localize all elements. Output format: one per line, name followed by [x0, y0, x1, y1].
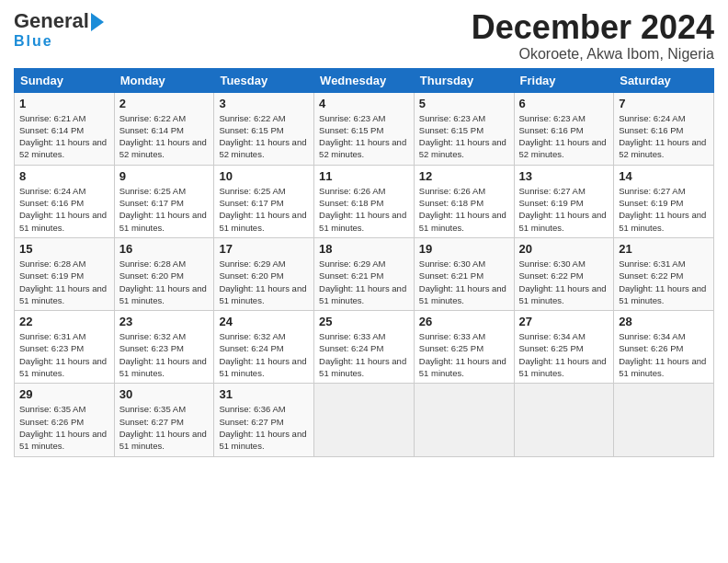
day-info: Sunrise: 6:22 AMSunset: 6:14 PMDaylight:…	[119, 113, 207, 160]
table-row: 5 Sunrise: 6:23 AMSunset: 6:15 PMDayligh…	[414, 92, 514, 165]
day-info: Sunrise: 6:26 AMSunset: 6:18 PMDaylight:…	[319, 186, 406, 233]
day-info: Sunrise: 6:24 AMSunset: 6:16 PMDaylight:…	[619, 113, 706, 160]
table-row: 11 Sunrise: 6:26 AMSunset: 6:18 PMDaylig…	[314, 165, 415, 237]
table-row: 12 Sunrise: 6:26 AMSunset: 6:18 PMDaylig…	[414, 165, 514, 237]
day-info: Sunrise: 6:23 AMSunset: 6:15 PMDaylight:…	[319, 113, 406, 160]
table-row	[614, 384, 714, 456]
header: General Blue December 2024 Okoroete, Akw…	[14, 9, 714, 63]
day-number: 8	[19, 169, 109, 183]
day-info: Sunrise: 6:27 AMSunset: 6:19 PMDaylight:…	[619, 186, 706, 233]
table-row: 21 Sunrise: 6:31 AMSunset: 6:22 PMDaylig…	[614, 237, 714, 310]
table-row	[314, 384, 415, 456]
day-number: 20	[519, 242, 609, 256]
table-row: 7 Sunrise: 6:24 AMSunset: 6:16 PMDayligh…	[614, 92, 714, 165]
day-number: 19	[419, 242, 509, 256]
col-monday: Monday	[114, 68, 214, 92]
day-number: 23	[119, 315, 210, 328]
day-info: Sunrise: 6:28 AMSunset: 6:20 PMDaylight:…	[119, 259, 207, 305]
day-info: Sunrise: 6:25 AMSunset: 6:17 PMDaylight:…	[219, 186, 306, 233]
table-row: 30 Sunrise: 6:35 AMSunset: 6:27 PMDaylig…	[114, 384, 214, 456]
location-title: Okoroete, Akwa Ibom, Nigeria	[472, 46, 714, 63]
table-row: 13 Sunrise: 6:27 AMSunset: 6:19 PMDaylig…	[514, 165, 614, 237]
calendar-table: Sunday Monday Tuesday Wednesday Thursday…	[14, 68, 714, 457]
day-info: Sunrise: 6:31 AMSunset: 6:22 PMDaylight:…	[619, 259, 706, 305]
table-row: 4 Sunrise: 6:23 AMSunset: 6:15 PMDayligh…	[314, 92, 415, 165]
day-number: 12	[419, 169, 509, 183]
day-info: Sunrise: 6:29 AMSunset: 6:20 PMDaylight:…	[219, 259, 306, 305]
day-info: Sunrise: 6:31 AMSunset: 6:23 PMDaylight:…	[19, 331, 107, 378]
table-row: 18 Sunrise: 6:29 AMSunset: 6:21 PMDaylig…	[314, 237, 415, 310]
day-info: Sunrise: 6:26 AMSunset: 6:18 PMDaylight:…	[419, 186, 506, 233]
table-row: 23 Sunrise: 6:32 AMSunset: 6:23 PMDaylig…	[114, 311, 214, 384]
day-number: 16	[119, 242, 210, 256]
day-info: Sunrise: 6:23 AMSunset: 6:16 PMDaylight:…	[519, 113, 607, 160]
table-row: 1 Sunrise: 6:21 AMSunset: 6:14 PMDayligh…	[15, 92, 115, 165]
col-wednesday: Wednesday	[314, 68, 415, 92]
table-row	[414, 384, 514, 456]
table-row: 22 Sunrise: 6:31 AMSunset: 6:23 PMDaylig…	[15, 311, 115, 384]
table-row: 25 Sunrise: 6:33 AMSunset: 6:24 PMDaylig…	[314, 311, 415, 384]
day-number: 30	[119, 387, 210, 401]
day-number: 22	[19, 315, 109, 328]
day-number: 11	[319, 169, 409, 183]
col-thursday: Thursday	[414, 68, 514, 92]
day-info: Sunrise: 6:29 AMSunset: 6:21 PMDaylight:…	[319, 259, 406, 305]
table-row: 17 Sunrise: 6:29 AMSunset: 6:20 PMDaylig…	[214, 237, 314, 310]
table-row: 20 Sunrise: 6:30 AMSunset: 6:22 PMDaylig…	[514, 237, 614, 310]
day-info: Sunrise: 6:34 AMSunset: 6:26 PMDaylight:…	[619, 331, 706, 378]
title-area: December 2024 Okoroete, Akwa Ibom, Niger…	[472, 9, 714, 63]
day-number: 7	[619, 97, 709, 110]
day-number: 27	[519, 315, 609, 328]
day-number: 13	[519, 169, 609, 183]
logo: General Blue	[14, 9, 104, 50]
day-info: Sunrise: 6:25 AMSunset: 6:17 PMDaylight:…	[119, 186, 207, 233]
day-number: 5	[419, 97, 509, 110]
col-sunday: Sunday	[15, 68, 115, 92]
day-number: 14	[619, 169, 709, 183]
day-number: 29	[19, 387, 109, 401]
day-info: Sunrise: 6:28 AMSunset: 6:19 PMDaylight:…	[19, 259, 107, 305]
day-info: Sunrise: 6:30 AMSunset: 6:21 PMDaylight:…	[419, 259, 506, 305]
day-info: Sunrise: 6:34 AMSunset: 6:25 PMDaylight:…	[519, 331, 607, 378]
logo-sub: Blue	[14, 33, 53, 50]
day-number: 31	[219, 387, 309, 401]
day-info: Sunrise: 6:33 AMSunset: 6:25 PMDaylight:…	[419, 331, 506, 378]
table-row: 9 Sunrise: 6:25 AMSunset: 6:17 PMDayligh…	[114, 165, 214, 237]
table-row: 24 Sunrise: 6:32 AMSunset: 6:24 PMDaylig…	[214, 311, 314, 384]
table-row: 28 Sunrise: 6:34 AMSunset: 6:26 PMDaylig…	[614, 311, 714, 384]
logo-text: General	[14, 9, 104, 33]
day-info: Sunrise: 6:21 AMSunset: 6:14 PMDaylight:…	[19, 113, 107, 160]
day-number: 2	[119, 97, 210, 110]
table-row: 3 Sunrise: 6:22 AMSunset: 6:15 PMDayligh…	[214, 92, 314, 165]
day-info: Sunrise: 6:35 AMSunset: 6:27 PMDaylight:…	[119, 404, 207, 451]
table-row: 19 Sunrise: 6:30 AMSunset: 6:21 PMDaylig…	[414, 237, 514, 310]
col-friday: Friday	[514, 68, 614, 92]
day-number: 6	[519, 97, 609, 110]
col-tuesday: Tuesday	[214, 68, 314, 92]
day-info: Sunrise: 6:24 AMSunset: 6:16 PMDaylight:…	[19, 186, 107, 233]
day-info: Sunrise: 6:22 AMSunset: 6:15 PMDaylight:…	[219, 113, 306, 160]
day-info: Sunrise: 6:35 AMSunset: 6:26 PMDaylight:…	[19, 404, 107, 451]
day-info: Sunrise: 6:32 AMSunset: 6:23 PMDaylight:…	[119, 331, 207, 378]
day-number: 28	[619, 315, 709, 328]
day-number: 24	[219, 315, 309, 328]
day-info: Sunrise: 6:23 AMSunset: 6:15 PMDaylight:…	[419, 113, 506, 160]
day-number: 15	[19, 242, 109, 256]
main-container: General Blue December 2024 Okoroete, Akw…	[0, 0, 728, 466]
day-info: Sunrise: 6:36 AMSunset: 6:27 PMDaylight:…	[219, 404, 306, 451]
day-number: 21	[619, 242, 709, 256]
day-info: Sunrise: 6:32 AMSunset: 6:24 PMDaylight:…	[219, 331, 306, 378]
day-number: 25	[319, 315, 409, 328]
calendar-body: 1 Sunrise: 6:21 AMSunset: 6:14 PMDayligh…	[15, 92, 714, 456]
month-title: December 2024	[472, 9, 714, 46]
table-row	[514, 384, 614, 456]
day-number: 9	[119, 169, 210, 183]
col-saturday: Saturday	[614, 68, 714, 92]
table-row: 27 Sunrise: 6:34 AMSunset: 6:25 PMDaylig…	[514, 311, 614, 384]
table-row: 26 Sunrise: 6:33 AMSunset: 6:25 PMDaylig…	[414, 311, 514, 384]
table-row: 14 Sunrise: 6:27 AMSunset: 6:19 PMDaylig…	[614, 165, 714, 237]
table-row: 29 Sunrise: 6:35 AMSunset: 6:26 PMDaylig…	[15, 384, 115, 456]
day-number: 10	[219, 169, 309, 183]
day-info: Sunrise: 6:30 AMSunset: 6:22 PMDaylight:…	[519, 259, 607, 305]
day-number: 18	[319, 242, 409, 256]
